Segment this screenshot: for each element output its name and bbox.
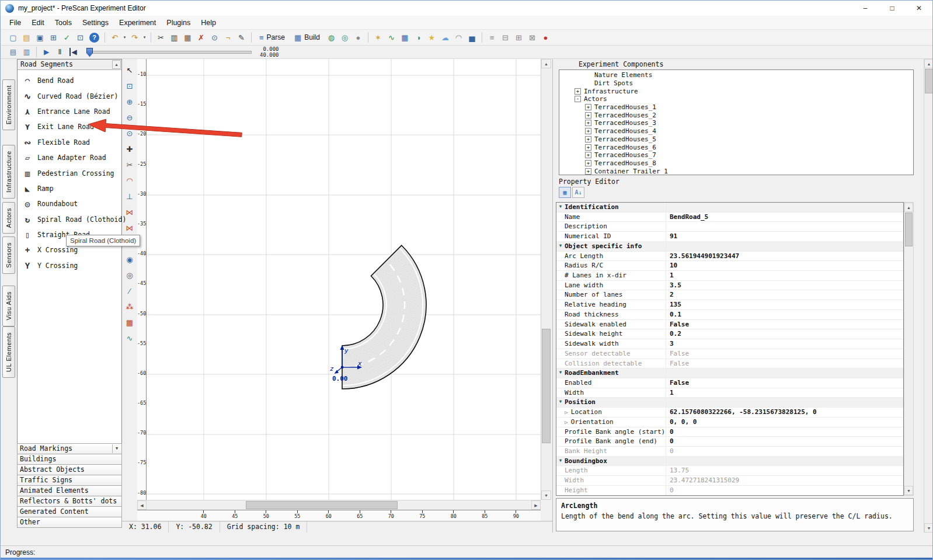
dropdown-arrow-icon[interactable]: ▼	[112, 444, 121, 453]
property-value[interactable]: 62.1576080322266, -58.2315673828125, 0	[666, 408, 903, 417]
bridge-icon[interactable]: ◠	[452, 31, 465, 44]
cut-icon[interactable]: ✂	[154, 31, 168, 44]
viewpoint-tool[interactable]: ◎	[123, 269, 137, 281]
property-value[interactable]	[666, 203, 903, 212]
property-value[interactable]: False	[666, 378, 903, 388]
zoom-in-tool[interactable]: ⊕	[123, 95, 137, 108]
property-value[interactable]: 3.5	[666, 281, 903, 290]
property-value[interactable]: 2	[666, 290, 903, 300]
cloud-icon[interactable]: ☁	[438, 31, 452, 44]
copy-icon[interactable]: ▥	[168, 31, 181, 44]
new-experiment-icon[interactable]: ▢	[6, 31, 20, 44]
property-value[interactable]: False	[666, 349, 903, 359]
property-value[interactable]: 1	[666, 271, 903, 280]
library-item[interactable]: ∿ Curved Road (Bézier)	[18, 88, 121, 103]
preview-3d-tool[interactable]: ◉	[123, 253, 137, 266]
tile-icon[interactable]: ⊞	[512, 31, 525, 44]
property-value[interactable]: 13.75	[666, 466, 903, 475]
property-row[interactable]: Position	[556, 398, 903, 408]
property-value[interactable]: 10	[666, 261, 903, 270]
canvas-viewport[interactable]: y x z 0.00	[147, 59, 541, 500]
edit-pencil-icon[interactable]: ✎	[235, 31, 248, 44]
property-value[interactable]: 0	[666, 447, 903, 456]
property-grid-scrollbar[interactable]: ▲ ▼	[904, 202, 914, 496]
curve-tool[interactable]: ∿	[123, 332, 137, 345]
scroll-down-icon[interactable]: ▼	[924, 523, 933, 533]
tree-item[interactable]: - Actors	[561, 95, 913, 103]
property-row[interactable]: Sidewalk enabled False	[556, 320, 903, 330]
library-item[interactable]: ↻ Spiral Road (Clothoid)	[18, 212, 121, 227]
property-row[interactable]: Boundingbox	[556, 457, 903, 467]
tab-environment[interactable]: Environment	[2, 79, 15, 130]
property-row[interactable]: Width 23.472718241315029	[556, 476, 903, 486]
property-row[interactable]: Radius R/C 10	[556, 261, 903, 271]
library-item[interactable]: ◣ Ramp	[18, 181, 121, 196]
property-value[interactable]: 23.472718241315029	[666, 476, 903, 485]
tab-sensors[interactable]: Sensors	[2, 236, 15, 274]
expand-box-icon[interactable]: +	[575, 88, 581, 95]
palette-tool[interactable]: ▦	[123, 316, 137, 329]
traffic-tool[interactable]: ⁂	[123, 300, 137, 313]
tree-scrollbar[interactable]: ▲ ▼	[924, 59, 933, 533]
scroll-down-icon[interactable]: ▼	[541, 491, 551, 500]
debug-icon[interactable]: ●	[539, 31, 552, 44]
viewer-icon[interactable]: ▥	[20, 46, 33, 58]
property-row[interactable]: Number of lanes 2	[556, 290, 903, 300]
slope-tool[interactable]: ∕	[123, 284, 137, 297]
expand-box-icon[interactable]: +	[585, 168, 591, 175]
vertical-scrollbar[interactable]: ▲ ▼	[541, 59, 551, 500]
zoom-window-tool[interactable]: ⊡	[123, 79, 137, 92]
property-value[interactable]: 91	[666, 232, 903, 241]
tab-infrastructure[interactable]: Infrastructure	[2, 145, 15, 199]
property-row[interactable]: Sidewalk height 0.2	[556, 329, 903, 339]
property-row[interactable]: RoadEmbankment	[556, 368, 903, 378]
time-slider[interactable]	[87, 51, 252, 54]
menu-item[interactable]: Edit	[26, 16, 50, 30]
menu-item[interactable]: Plugins	[161, 16, 196, 30]
tree-item[interactable]: + TerracedHouses_1	[561, 103, 913, 112]
menu-item[interactable]: Settings	[77, 16, 114, 30]
property-row[interactable]: Road thickness 0.1	[556, 310, 903, 320]
sphere-icon[interactable]: ●	[351, 31, 365, 44]
property-value[interactable]: BendRoad_5	[666, 213, 903, 222]
world-preview-icon[interactable]: ◍	[325, 31, 338, 44]
tree-item[interactable]: + TerracedHouses_2	[561, 111, 913, 119]
bend-road-tool[interactable]: ◠	[123, 174, 137, 187]
expand-box-icon[interactable]: +	[585, 136, 591, 142]
alphabetical-sort-icon[interactable]: A↓	[572, 187, 584, 198]
tree-item[interactable]: + TerracedHouses_6	[561, 143, 913, 151]
save-experiment-icon[interactable]: ▣	[33, 31, 47, 44]
property-row[interactable]: Identification	[556, 203, 903, 213]
connect-roads-tool[interactable]: ⋈	[123, 206, 137, 218]
property-value[interactable]	[666, 457, 903, 466]
expand-box-icon[interactable]: +	[585, 104, 591, 110]
library-item[interactable]: ▱ Lane Adapter Road	[18, 150, 121, 165]
property-row[interactable]: Orientation 0, 0, 0	[556, 418, 903, 427]
scroll-right-icon[interactable]: ▶	[531, 500, 541, 510]
key-icon[interactable]: ¬	[221, 31, 235, 44]
library-item[interactable]: ⋏ Entrance Lane Road	[18, 104, 121, 119]
scroll-left-icon[interactable]: ◀	[137, 500, 147, 510]
property-value[interactable]: 0.2	[666, 329, 903, 339]
property-value[interactable]: False	[666, 359, 903, 368]
property-row[interactable]: Profile Bank angle (end) 0	[556, 437, 903, 447]
dropdown-caret-icon[interactable]: ▾	[141, 31, 148, 44]
scroll-down-icon[interactable]: ▼	[904, 486, 913, 495]
property-row[interactable]: Lane width 3.5	[556, 281, 903, 291]
road-edit-icon[interactable]: ∿	[385, 31, 398, 44]
matrix-icon[interactable]: ▦	[398, 31, 412, 44]
tree-scrollbar-thumb[interactable]	[925, 69, 933, 93]
expand-box-icon[interactable]: +	[585, 112, 591, 119]
expand-box-icon[interactable]: +	[585, 120, 591, 126]
search-icon[interactable]: ⊙	[208, 31, 221, 44]
expand-box-icon[interactable]: -	[575, 96, 581, 102]
property-grid-scrollbar-thumb[interactable]	[905, 213, 913, 246]
tree-item[interactable]: + TerracedHouses_8	[561, 159, 913, 168]
property-row[interactable]: Object specific info	[556, 242, 903, 252]
help-icon[interactable]: ?	[89, 33, 99, 43]
snap-roads-tool[interactable]: ⋈	[123, 221, 137, 234]
redo-icon[interactable]: ↷	[128, 31, 141, 44]
scroll-up-icon[interactable]: ▲	[112, 60, 121, 69]
snapshot-icon[interactable]: ⊠	[525, 31, 539, 44]
property-value[interactable]	[666, 222, 903, 231]
